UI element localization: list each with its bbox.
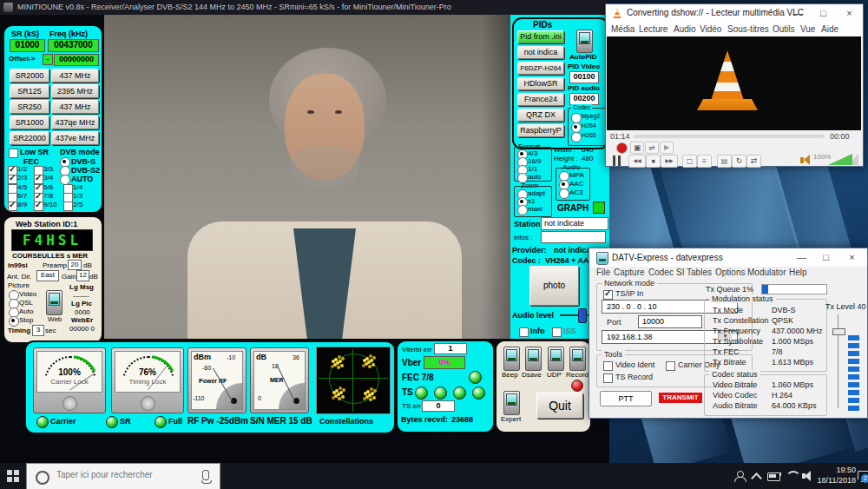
datv-menu-si-tables[interactable]: SI Tables	[676, 268, 712, 277]
vlc-minimize-button[interactable]: —	[785, 4, 810, 23]
ant-dir-field[interactable]: East	[36, 270, 59, 281]
vlc-shuffle-button[interactable]: ⇄	[746, 155, 761, 168]
preset-freq-button[interactable]: 437 MHz	[51, 100, 99, 114]
datv-menu-options[interactable]: Options	[715, 268, 745, 277]
datv-maximize-button[interactable]: □	[813, 248, 838, 267]
vlc-record-button[interactable]	[616, 142, 628, 154]
taskbar-search[interactable]	[26, 463, 220, 489]
infos-field[interactable]	[541, 231, 606, 243]
pid-preset-button[interactable]: F6DZP-H264	[517, 62, 564, 75]
vlc-titlebar[interactable]: Converting dshow:// - Lecteur multimédia…	[606, 4, 863, 23]
datv-titlebar[interactable]: DATV-Express - datvexpress — □ ×	[589, 248, 867, 267]
offset-sign-button[interactable]: -	[43, 54, 53, 65]
iss-checkbox[interactable]	[552, 327, 562, 337]
web-switch[interactable]	[46, 290, 62, 315]
station-field[interactable]: not indicate	[541, 217, 608, 230]
tsip-checkbox[interactable]	[603, 290, 613, 300]
start-button[interactable]	[0, 463, 26, 489]
carrier-only-checkbox[interactable]	[666, 361, 675, 371]
vlc-pause-button[interactable]	[618, 155, 621, 166]
vlc-menu-lecture[interactable]: Lecture	[639, 24, 667, 34]
sr-value-field[interactable]: 01000	[10, 39, 45, 52]
vlc-close-button[interactable]: ×	[837, 4, 862, 23]
vlc-loop-button[interactable]: ↻	[732, 155, 746, 168]
picture-radio[interactable]	[9, 316, 19, 327]
datv-menu-capture[interactable]: Capture	[614, 268, 645, 277]
pid-preset-button[interactable]: HDlowSR	[517, 77, 564, 90]
dsave-switch[interactable]	[525, 347, 542, 371]
pid-video-field[interactable]: 00100	[569, 71, 599, 83]
battery-icon[interactable]	[767, 472, 780, 481]
fec-checkbox[interactable]	[8, 202, 17, 211]
freq-value-field[interactable]: 00437000	[48, 39, 99, 52]
video-ident-checkbox[interactable]	[603, 361, 613, 371]
preset-sr-button[interactable]: SR2000	[10, 69, 49, 83]
vlc-volume-slider[interactable]	[828, 154, 852, 165]
ts-record-checkbox[interactable]	[603, 373, 613, 383]
record-switch[interactable]	[569, 347, 586, 371]
datv-menu-file[interactable]: File	[596, 268, 610, 277]
vlc-pause-button[interactable]	[613, 155, 615, 166]
minitioune-titlebar[interactable]: MINITIOUNE v0.8s - Receiver/Analyser DVB…	[0, 0, 609, 15]
pid-preset-button[interactable]: not indica	[517, 46, 564, 59]
fec-checkbox[interactable]	[34, 202, 43, 211]
vlc-menu-view[interactable]: Vue	[800, 24, 815, 34]
pid-audio-field[interactable]: 00200	[569, 93, 599, 105]
autopid-switch[interactable]	[576, 30, 593, 53]
datv-menu-codec[interactable]: Codec	[648, 268, 674, 277]
audio-radio[interactable]	[559, 188, 569, 199]
beep-switch[interactable]	[503, 347, 520, 371]
preset-sr-button[interactable]: SR125	[10, 84, 49, 98]
audio-level-slider-handle[interactable]	[578, 308, 587, 323]
people-icon[interactable]	[733, 470, 746, 482]
codec-radio[interactable]	[571, 132, 582, 142]
vlc-fullscreen-button[interactable]: ▢	[682, 155, 697, 168]
vlc-ab-loop-button[interactable]: ⇌	[645, 142, 659, 154]
preset-sr-button[interactable]: SR22000	[10, 131, 49, 145]
preset-freq-button[interactable]: 2395 MHz	[51, 84, 99, 98]
vlc-menu-media[interactable]: Média	[611, 24, 635, 34]
vlc-menu-video[interactable]: Vidéo	[700, 24, 721, 34]
preset-freq-button[interactable]: 437 MHz	[51, 69, 99, 83]
pid-preset-button[interactable]: QRZ DX	[517, 109, 564, 122]
datv-minimize-button[interactable]: —	[789, 248, 814, 267]
vlc-next-button[interactable]: ▶▶	[661, 155, 678, 168]
preset-sr-button[interactable]: SR1000	[10, 116, 49, 129]
fec-checkbox[interactable]	[8, 175, 17, 184]
vlc-snapshot-button[interactable]: ▣	[630, 142, 644, 154]
vlc-menu-help[interactable]: Aide	[821, 24, 838, 34]
vlc-stop-button[interactable]: ■	[646, 155, 661, 168]
pid-preset-button[interactable]: France24	[517, 93, 564, 106]
vlc-playlist-button[interactable]: ▤	[717, 155, 732, 168]
vlc-maximize-button[interactable]: □	[811, 4, 836, 23]
fec-checkbox[interactable]	[63, 202, 73, 211]
search-input[interactable]	[55, 469, 197, 480]
preset-sr-button[interactable]: SR250	[10, 100, 49, 114]
info-checkbox[interactable]	[519, 327, 529, 337]
wifi-icon[interactable]	[786, 471, 801, 486]
vlc-menu-tools[interactable]: Outils	[773, 24, 795, 34]
vlc-menu-audio[interactable]: Audio	[674, 24, 696, 34]
vlc-equalizer-button[interactable]: ≡	[697, 155, 712, 168]
preset-freq-button[interactable]: 437ve MHz	[51, 131, 99, 145]
meter-adjust-knob[interactable]	[62, 396, 77, 411]
preamp-field[interactable]: 20	[68, 260, 82, 270]
vlc-frame-button[interactable]: ▶	[660, 142, 674, 154]
datv-menu-help[interactable]: Help	[789, 268, 807, 277]
ptt-button[interactable]: PTT	[600, 391, 652, 406]
timing-field[interactable]: 3	[32, 325, 44, 336]
tray-chevron-icon[interactable]	[751, 472, 762, 484]
datv-close-button[interactable]: ×	[839, 248, 865, 267]
tx-level-slider-handle[interactable]	[832, 328, 845, 335]
expert-switch[interactable]	[503, 391, 520, 415]
tray-clock[interactable]: 19:50 18/11/2018	[814, 466, 856, 486]
udp-switch[interactable]	[548, 347, 564, 371]
gain-field[interactable]: 12	[76, 270, 89, 281]
datv-menu-modulator[interactable]: Modulator	[747, 268, 786, 277]
vlc-menu-subtitles[interactable]: Sous-titres	[727, 24, 769, 34]
meter-adjust-knob[interactable]	[141, 396, 155, 411]
photo-button[interactable]: photo	[529, 266, 579, 306]
pid-preset-button[interactable]: Pid from .ini	[517, 30, 564, 43]
vlc-seek-bar[interactable]	[634, 135, 825, 138]
offset-value-field[interactable]: 00000000	[54, 54, 99, 66]
